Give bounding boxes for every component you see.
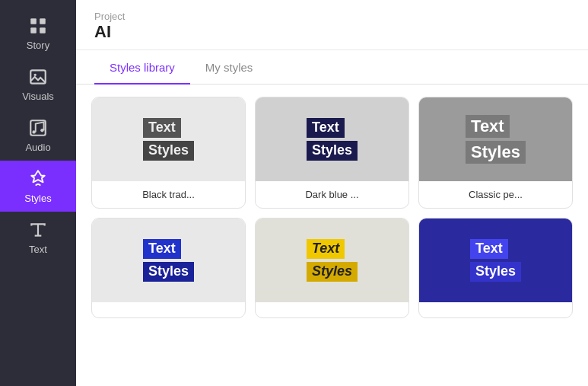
card-preview-2: Text Styles <box>256 97 408 181</box>
header: Project AI <box>76 0 588 50</box>
text-icon <box>27 219 49 241</box>
style-card-3[interactable]: Text Styles Classic pe... <box>418 97 573 209</box>
card-preview-5: Text Styles <box>256 219 408 302</box>
tab-styles-library[interactable]: Styles library <box>94 50 190 85</box>
styles-icon <box>27 168 49 190</box>
music-icon <box>27 117 49 139</box>
svg-point-8 <box>40 129 43 132</box>
preview-line2-3: Styles <box>466 141 526 164</box>
style-grid: Text Styles Black trad... Text Styles Da… <box>91 97 573 318</box>
sidebar-item-text[interactable]: Text <box>0 212 76 263</box>
preview-line1-2: Text <box>307 118 345 138</box>
card-preview-1: Text Styles <box>92 97 245 181</box>
preview-text-3: Text Styles <box>466 115 526 164</box>
styles-content: Text Styles Black trad... Text Styles Da… <box>76 85 588 386</box>
preview-line2-5: Styles <box>307 262 358 282</box>
card-label-3: Classic pe... <box>419 181 572 208</box>
svg-point-7 <box>32 130 35 133</box>
card-preview-3: Text Styles <box>419 97 572 181</box>
svg-rect-1 <box>40 18 46 24</box>
style-card-4[interactable]: Text Styles <box>91 218 246 318</box>
preview-line1-1: Text <box>143 118 181 138</box>
svg-point-5 <box>34 74 37 76</box>
card-label-6 <box>419 302 572 317</box>
sidebar-item-styles[interactable]: Styles <box>0 161 76 212</box>
grid-icon <box>27 15 49 37</box>
preview-line2-4: Styles <box>143 262 194 282</box>
card-label-1: Black trad... <box>92 181 245 208</box>
card-label-2: Dark blue ... <box>256 181 408 208</box>
sidebar-item-visuals[interactable]: Visuals <box>0 59 76 110</box>
image-icon <box>27 66 49 88</box>
sidebar-item-label: Story <box>27 40 49 51</box>
sidebar-item-label: Audio <box>25 142 50 153</box>
preview-line2-2: Styles <box>307 141 358 161</box>
preview-line2-6: Styles <box>470 262 521 282</box>
sidebar-item-label: Visuals <box>22 91 54 102</box>
tab-my-styles[interactable]: My styles <box>190 50 269 85</box>
sidebar: Story Visuals Audio Styles Text <box>0 0 76 386</box>
svg-rect-0 <box>30 18 37 24</box>
preview-line1-3: Text <box>466 115 510 138</box>
card-label-5 <box>256 302 408 317</box>
tabs-bar: Styles library My styles <box>76 50 588 85</box>
preview-text-1: Text Styles <box>143 118 194 160</box>
preview-text-5: Text Styles <box>307 239 358 281</box>
style-card-1[interactable]: Text Styles Black trad... <box>91 97 246 209</box>
card-label-4 <box>92 302 245 317</box>
sidebar-item-label: Text <box>29 244 47 255</box>
preview-line1-5: Text <box>307 239 345 259</box>
sidebar-item-label: Styles <box>24 193 51 204</box>
card-preview-6: Text Styles <box>419 219 572 302</box>
svg-rect-2 <box>30 27 37 33</box>
card-preview-4: Text Styles <box>92 219 245 302</box>
style-card-5[interactable]: Text Styles <box>255 218 409 318</box>
preview-text-4: Text Styles <box>143 239 194 281</box>
sidebar-item-story[interactable]: Story <box>0 8 76 59</box>
preview-line1-6: Text <box>470 239 508 259</box>
svg-rect-3 <box>40 27 46 33</box>
preview-line1-4: Text <box>143 239 181 259</box>
style-card-2[interactable]: Text Styles Dark blue ... <box>255 97 409 209</box>
preview-text-2: Text Styles <box>307 118 358 160</box>
main-panel: Project AI Styles library My styles Text… <box>76 0 588 386</box>
style-card-6[interactable]: Text Styles <box>418 218 573 318</box>
page-title: AI <box>94 22 570 42</box>
project-label: Project <box>94 11 570 22</box>
preview-line2-1: Styles <box>143 141 194 161</box>
preview-text-6: Text Styles <box>470 239 521 281</box>
sidebar-item-audio[interactable]: Audio <box>0 110 76 161</box>
